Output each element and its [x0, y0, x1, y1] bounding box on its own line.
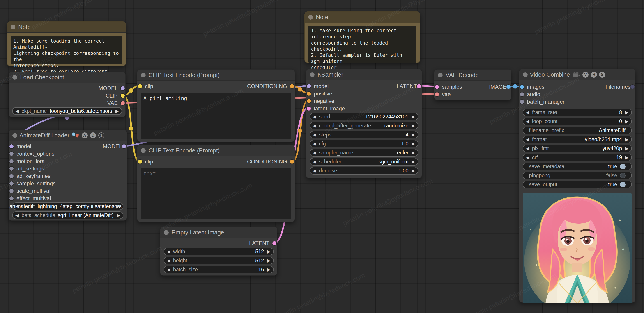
input-port-images[interactable]	[520, 85, 524, 89]
stepper-right-icon[interactable]: ▶	[625, 146, 629, 151]
stepper-left-icon[interactable]: ◀	[313, 150, 316, 155]
stepper-left-icon[interactable]: ◀	[313, 114, 316, 119]
collapse-dot[interactable]	[12, 133, 17, 138]
widget-save-metadata[interactable]: save_metadatatrue	[523, 162, 632, 170]
stepper-left-icon[interactable]: ◀	[16, 204, 19, 209]
input-port-clip[interactable]	[138, 160, 142, 164]
output-port-latent[interactable]	[417, 84, 421, 88]
prompt-input[interactable]: text	[141, 168, 291, 219]
vae-decode-header[interactable]: VAE Decode	[434, 70, 511, 81]
collapse-dot[interactable]	[308, 15, 313, 19]
widget-control-after-generate[interactable]: ◀control_after_generaterandomize▶	[310, 122, 418, 130]
clip-negative-header[interactable]: CLIP Text Encode (Prompt)	[137, 145, 295, 156]
collapse-dot[interactable]	[438, 73, 443, 77]
widget-steps[interactable]: ◀steps4▶	[310, 131, 418, 139]
node-note-1[interactable]: Note 1. Make sure loading the correct An…	[7, 21, 126, 66]
note-1-header[interactable]: Note	[7, 22, 126, 33]
stepper-left-icon[interactable]: ◀	[313, 159, 316, 164]
prompt-input[interactable]: A girl smiling	[141, 93, 291, 139]
stepper-right-icon[interactable]: ▶	[117, 213, 120, 218]
node-vae-decode[interactable]: VAE Decode IMAGE samples vae	[434, 69, 512, 100]
widget-frame-rate[interactable]: ◀frame_rate8▶	[523, 109, 632, 116]
input-port-audio[interactable]	[520, 92, 524, 96]
widget-crf[interactable]: ◀crf19▶	[523, 154, 632, 161]
input-port-ad-keyframes[interactable]	[10, 174, 14, 178]
stepper-left-icon[interactable]: ◀	[313, 123, 316, 128]
stepper-right-icon[interactable]: ▶	[625, 137, 629, 142]
input-port-model[interactable]	[307, 84, 311, 88]
stepper-left-icon[interactable]: ◀	[526, 155, 529, 160]
input-port-negative[interactable]	[307, 99, 311, 103]
ksampler-header[interactable]: KSampler	[306, 69, 422, 80]
output-port-model[interactable]	[122, 144, 126, 149]
stepper-right-icon[interactable]: ▶	[412, 141, 415, 146]
widget-cfg[interactable]: ◀cfg1.0▶	[310, 140, 418, 148]
note-text[interactable]: 1. Make sure using the correct inference…	[308, 26, 416, 63]
load-checkpoint-header[interactable]: Load Checkpoint	[9, 72, 125, 83]
stepper-right-icon[interactable]: ▶	[625, 155, 629, 160]
widget-ckpt-name[interactable]: ◀ ckpt_name toonyou_beta6.safetensors ▶	[12, 107, 122, 115]
collapse-dot[interactable]	[310, 72, 314, 77]
collapse-dot[interactable]	[10, 25, 15, 29]
node-ksampler[interactable]: KSampler LATENT model positive negative …	[306, 69, 422, 178]
stepper-right-icon[interactable]: ▶	[412, 168, 415, 173]
widget-beta-schedule[interactable]: ◀ beta_schedule sqrt_linear (AnimateDiff…	[12, 211, 123, 219]
input-port-batch-manager[interactable]	[520, 100, 524, 104]
input-port-sample-settings[interactable]	[10, 181, 14, 185]
input-port-latent-image[interactable]	[307, 107, 311, 111]
stepper-right-icon[interactable]: ▶	[116, 204, 120, 209]
stepper-left-icon[interactable]: ◀	[167, 258, 170, 263]
stepper-right-icon[interactable]: ▶	[116, 108, 119, 114]
node-load-checkpoint[interactable]: Load Checkpoint MODEL CLIP VAE ◀ ckpt_na…	[8, 72, 126, 117]
widget-pix-fmt[interactable]: ◀pix_fmtyuv420p▶	[523, 145, 632, 152]
animatediff-loader-header[interactable]: AnimateDiff Loader A D 1	[9, 130, 127, 141]
widget-seed[interactable]: ◀seed121690224458101▶	[310, 113, 418, 121]
stepper-left-icon[interactable]: ◀	[313, 168, 316, 173]
node-animatediff-loader[interactable]: AnimateDiff Loader A D 1 MODEL model con…	[8, 130, 127, 221]
stepper-left-icon[interactable]: ◀	[167, 267, 170, 272]
widget-width[interactable]: ◀width512▶	[164, 248, 274, 255]
widget-pingpong[interactable]: pingpongfalse	[523, 171, 632, 179]
output-port-latent[interactable]	[272, 241, 276, 245]
widget-filename-prefix[interactable]: filename_prefixAnimateDiff	[523, 127, 632, 134]
clip-positive-header[interactable]: CLIP Text Encode (Prompt)	[137, 70, 295, 81]
note-text[interactable]: 1. Make sure loading the correct Animate…	[10, 36, 122, 64]
stepper-left-icon[interactable]: ◀	[15, 108, 19, 114]
input-port-motion-lora[interactable]	[10, 159, 14, 163]
output-port-filenames[interactable]	[630, 85, 634, 89]
stepper-right-icon[interactable]: ▶	[412, 150, 415, 155]
widget-batch-size[interactable]: ◀batch_size16▶	[164, 266, 274, 273]
stepper-right-icon[interactable]: ▶	[412, 159, 415, 164]
output-port-conditioning[interactable]	[290, 160, 294, 164]
video-combine-header[interactable]: Video Combine V H S	[519, 69, 635, 80]
stepper-left-icon[interactable]: ◀	[167, 249, 170, 254]
stepper-right-icon[interactable]: ▶	[412, 132, 415, 137]
stepper-left-icon[interactable]: ◀	[313, 132, 316, 137]
collapse-dot[interactable]	[12, 75, 17, 80]
output-port-model[interactable]	[121, 86, 125, 90]
widget-scheduler[interactable]: ◀schedulersgm_uniform▶	[310, 158, 418, 165]
node-video-combine[interactable]: Video Combine V H S Filenames images aud…	[519, 69, 636, 303]
widget-denoise[interactable]: ◀denoise1.00▶	[310, 167, 418, 174]
stepper-right-icon[interactable]: ▶	[267, 267, 270, 272]
stepper-left-icon[interactable]: ◀	[313, 141, 316, 146]
input-port-scale-multival[interactable]	[10, 189, 14, 193]
stepper-left-icon[interactable]: ◀	[15, 213, 19, 218]
stepper-left-icon[interactable]: ◀	[526, 146, 529, 151]
output-port-vae[interactable]	[121, 101, 125, 105]
toggle-save-output[interactable]	[620, 182, 626, 187]
input-port-context-options[interactable]	[10, 152, 14, 156]
input-port-vae[interactable]	[435, 92, 439, 96]
stepper-left-icon[interactable]: ◀	[526, 110, 529, 115]
stepper-right-icon[interactable]: ▶	[625, 119, 629, 124]
stepper-right-icon[interactable]: ▶	[625, 110, 629, 115]
input-port-model[interactable]	[10, 144, 14, 149]
output-port-image[interactable]	[506, 85, 510, 89]
widget-save-output[interactable]: save_outputtrue	[523, 181, 632, 188]
node-clip-text-encode-negative[interactable]: CLIP Text Encode (Prompt) clip CONDITION…	[137, 145, 295, 222]
empty-latent-header[interactable]: Empty Latent Image	[160, 227, 277, 238]
widget-loop-count[interactable]: ◀loop_count0▶	[523, 118, 632, 125]
input-port-ad-settings[interactable]	[10, 167, 14, 171]
collapse-dot[interactable]	[164, 230, 169, 235]
widget-height[interactable]: ◀height512▶	[164, 257, 274, 264]
